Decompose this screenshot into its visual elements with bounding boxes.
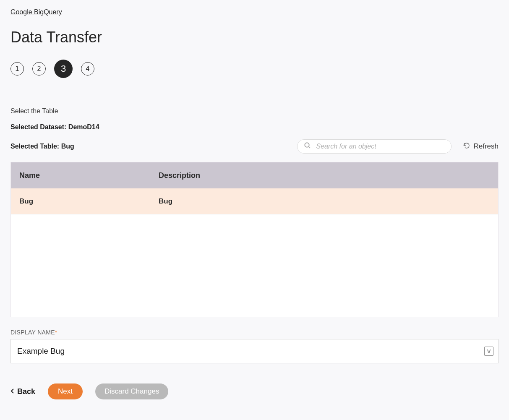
chevron-left-icon [10,387,15,396]
table-container: Name Description Bug Bug [10,162,499,317]
display-name-label: DISPLAY NAME* [10,329,499,336]
column-header-description[interactable]: Description [150,162,498,188]
svg-line-1 [309,146,311,148]
column-header-name[interactable]: Name [11,162,150,188]
step-connector [46,69,54,69]
svg-point-0 [305,143,310,147]
back-label: Back [17,387,35,396]
variable-picker-icon[interactable]: V [484,347,493,356]
step-2[interactable]: 2 [32,62,46,76]
display-name-input[interactable] [10,339,499,363]
action-row: Back Next Discard Changes [10,383,499,399]
next-button[interactable]: Next [48,383,83,399]
table-row[interactable]: Bug Bug [11,188,498,214]
search-input[interactable] [297,139,452,154]
breadcrumb-link[interactable]: Google BigQuery [10,8,62,16]
required-indicator: * [55,329,57,336]
discard-button[interactable]: Discard Changes [95,383,168,399]
search-icon [304,142,311,151]
refresh-label: Refresh [473,142,499,151]
step-indicator: 1 2 3 4 [10,60,499,78]
selected-dataset: Selected Dataset: DemoD14 [10,123,499,131]
refresh-icon [463,142,470,151]
cell-name: Bug [11,188,150,214]
back-button[interactable]: Back [10,387,35,396]
refresh-button[interactable]: Refresh [463,142,499,151]
search-wrap [297,139,452,154]
step-4[interactable]: 4 [81,62,94,76]
step-3[interactable]: 3 [54,60,73,78]
cell-description: Bug [150,188,498,214]
step-1[interactable]: 1 [10,62,24,76]
step-connector [73,69,81,69]
selected-table: Selected Table: Bug [10,143,74,150]
table-header: Name Description [11,162,498,188]
section-label: Select the Table [10,107,499,115]
page-title: Data Transfer [10,29,499,46]
step-connector [24,69,32,69]
